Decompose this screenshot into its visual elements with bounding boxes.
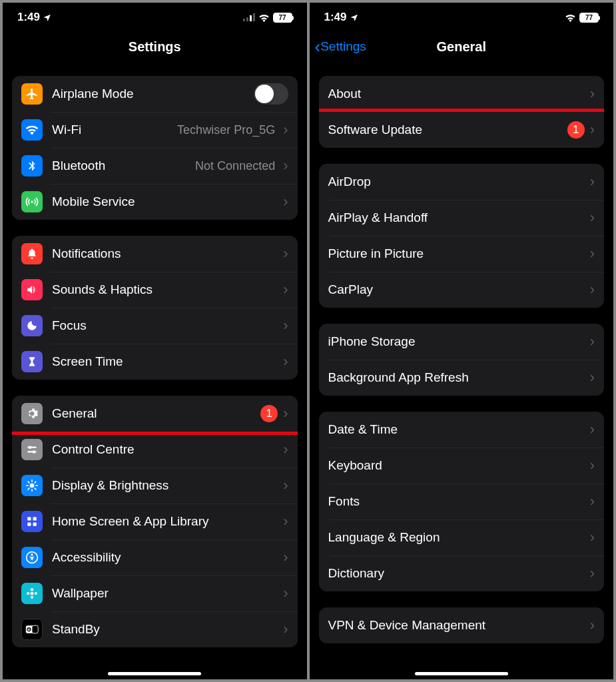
- row-label: Accessibility: [52, 550, 279, 565]
- row-label: AirPlay & Handoff: [328, 210, 586, 225]
- battery-indicator: 77: [579, 13, 599, 23]
- svg-point-9: [30, 484, 35, 488]
- row-picture-in-picture[interactable]: Picture in Picture›: [319, 236, 605, 272]
- row-focus[interactable]: Focus›: [12, 308, 298, 344]
- row-label: Picture in Picture: [328, 246, 586, 261]
- chevron-right-icon: ›: [590, 209, 595, 226]
- svg-point-16: [31, 592, 34, 595]
- row-fonts[interactable]: Fonts›: [319, 484, 605, 519]
- row-wallpaper[interactable]: Wallpaper›: [12, 575, 298, 611]
- row-airplay-handoff[interactable]: AirPlay & Handoff›: [319, 200, 605, 236]
- row-label: Language & Region: [328, 530, 586, 545]
- notif-icon: [21, 243, 43, 264]
- row-screen-time[interactable]: Screen Time›: [12, 344, 298, 380]
- chevron-left-icon: ‹: [315, 38, 321, 55]
- row-airdrop[interactable]: AirDrop›: [319, 164, 605, 200]
- battery-indicator: 77: [273, 13, 292, 23]
- chevron-right-icon: ›: [590, 421, 595, 438]
- row-language-region[interactable]: Language & Region›: [319, 519, 605, 555]
- back-label: Settings: [320, 39, 366, 54]
- nav-header: Settings: [3, 29, 307, 64]
- row-label: Notifications: [52, 246, 279, 261]
- screen-icon: [21, 351, 43, 372]
- chevron-right-icon: ›: [283, 441, 288, 458]
- row-date-time[interactable]: Date & Time›: [319, 412, 605, 448]
- toggle-switch[interactable]: [254, 83, 288, 105]
- row-about[interactable]: About›: [319, 76, 605, 112]
- row-display-brightness[interactable]: Display & Brightness›: [12, 468, 298, 504]
- chevron-right-icon: ›: [590, 617, 595, 634]
- chevron-right-icon: ›: [283, 317, 288, 334]
- home-indicator[interactable]: [415, 672, 508, 675]
- row-wi-fi[interactable]: Wi-FiTechwiser Pro_5G›: [12, 112, 298, 148]
- row-label: Control Centre: [52, 442, 279, 457]
- row-value: Not Connected: [195, 159, 275, 173]
- chevron-right-icon: ›: [590, 529, 595, 546]
- chevron-right-icon: ›: [590, 245, 595, 262]
- row-software-update[interactable]: Software Update1›: [319, 112, 605, 148]
- row-home-screen-app-library[interactable]: Home Screen & App Library›: [12, 504, 298, 539]
- svg-point-17: [31, 588, 33, 591]
- svg-rect-2: [250, 15, 252, 21]
- row-label: Dictionary: [328, 566, 586, 581]
- settings-content: Airplane ModeWi-FiTechwiser Pro_5G›Bluet…: [3, 64, 307, 679]
- home-indicator[interactable]: [108, 672, 201, 675]
- svg-point-20: [35, 592, 37, 595]
- chevron-right-icon: ›: [283, 353, 288, 370]
- control-icon: [21, 439, 43, 460]
- highlight-box: Software Update1›: [319, 109, 605, 148]
- row-value: Techwiser Pro_5G: [177, 123, 275, 137]
- chevron-right-icon: ›: [283, 513, 288, 530]
- chevron-right-icon: ›: [590, 457, 595, 474]
- bluetooth-icon: [21, 155, 43, 176]
- row-label: AirDrop: [328, 174, 586, 189]
- svg-rect-1: [246, 17, 248, 21]
- display-icon: [21, 475, 43, 496]
- row-label: Screen Time: [52, 354, 279, 369]
- svg-rect-11: [33, 517, 37, 520]
- chevron-right-icon: ›: [590, 85, 595, 103]
- row-accessibility[interactable]: Accessibility›: [12, 539, 298, 575]
- svg-point-8: [33, 450, 36, 454]
- mobile-icon: [21, 191, 43, 212]
- row-sounds-haptics[interactable]: Sounds & Haptics›: [12, 272, 298, 308]
- chevron-right-icon: ›: [590, 281, 595, 298]
- row-airplane-mode[interactable]: Airplane Mode: [12, 76, 298, 112]
- chevron-right-icon: ›: [590, 565, 595, 582]
- row-label: Mobile Service: [52, 194, 279, 209]
- wifi-icon: [21, 119, 43, 141]
- row-bluetooth[interactable]: BluetoothNot Connected›: [12, 148, 298, 184]
- wifi-icon: [565, 13, 576, 22]
- svg-point-4: [31, 200, 33, 202]
- row-label: Software Update: [328, 123, 567, 137]
- signal-icon: [243, 13, 255, 21]
- row-label: Background App Refresh: [328, 370, 586, 385]
- row-carplay[interactable]: CarPlay›: [319, 272, 605, 308]
- row-label: Display & Brightness: [52, 478, 279, 493]
- row-label: Fonts: [328, 494, 586, 509]
- status-bar: 1:49 77: [310, 3, 614, 29]
- row-label: Wi-Fi: [52, 123, 177, 137]
- row-vpn-device-management[interactable]: VPN & Device Management›: [319, 607, 605, 643]
- chevron-right-icon: ›: [283, 121, 288, 139]
- access-icon: [21, 547, 43, 568]
- svg-rect-22: [32, 625, 38, 633]
- svg-rect-10: [27, 517, 31, 520]
- row-general[interactable]: General1›: [12, 396, 298, 432]
- svg-point-19: [27, 592, 29, 595]
- row-mobile-service[interactable]: Mobile Service›: [12, 184, 298, 220]
- row-dictionary[interactable]: Dictionary›: [319, 555, 605, 591]
- row-keyboard[interactable]: Keyboard›: [319, 448, 605, 484]
- row-background-app-refresh[interactable]: Background App Refresh›: [319, 360, 605, 396]
- row-control-centre[interactable]: Control Centre›: [12, 432, 298, 468]
- row-iphone-storage[interactable]: iPhone Storage›: [319, 324, 605, 360]
- back-button[interactable]: ‹ Settings: [315, 38, 366, 55]
- standby-icon: [21, 619, 43, 640]
- general-screen: 1:49 77 ‹ Settings General About›Softwar…: [310, 3, 614, 679]
- chevron-right-icon: ›: [590, 369, 595, 386]
- chevron-right-icon: ›: [283, 477, 288, 494]
- row-standby[interactable]: StandBy›: [12, 611, 298, 647]
- svg-rect-13: [33, 523, 37, 526]
- row-label: iPhone Storage: [328, 334, 586, 349]
- row-notifications[interactable]: Notifications›: [12, 236, 298, 272]
